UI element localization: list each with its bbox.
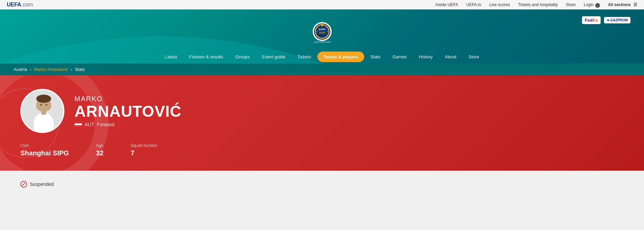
club-label: Club	[20, 143, 69, 148]
nav-groups[interactable]: Groups	[229, 50, 256, 63]
nationality-code: AUT	[85, 122, 94, 127]
brand-uefa: UEFA	[7, 2, 21, 7]
breadcrumb-player[interactable]: Marko Arnautović	[34, 67, 68, 72]
breadcrumb-current: Stats	[75, 67, 85, 72]
player-info: MARKO ARNAUTOVIĆ AUT Forward	[20, 89, 624, 133]
nav-teams-players[interactable]: Teams & players	[317, 52, 364, 62]
player-position: Forward	[97, 122, 114, 127]
tickets-hospitality-link[interactable]: Tickets and hospitality	[518, 2, 558, 7]
player-details: MARKO ARNAUTOVIĆ AUT Forward	[75, 95, 182, 127]
suspended-icon	[20, 181, 27, 188]
nav-about[interactable]: About	[439, 50, 462, 63]
stat-squad-number: Squad number 7	[131, 143, 158, 157]
svg-point-8	[327, 31, 328, 32]
brand-com: com	[23, 2, 33, 7]
svg-point-12	[36, 95, 51, 103]
top-navigation-bar: UEFA.com Inside UEFA UEFA.tv Live scores…	[0, 0, 644, 9]
nav-event-guide[interactable]: Event guide	[256, 50, 291, 63]
nav-fixtures-results[interactable]: Fixtures & results	[183, 50, 229, 63]
svg-text:2020: 2020	[319, 31, 325, 34]
store-link[interactable]: Store	[566, 2, 576, 7]
nav-games[interactable]: Games	[387, 50, 413, 63]
suspended-badge: Suspended	[20, 181, 624, 188]
player-stats-row: Club Shanghai SIPG Age 32 Squad number 7	[20, 143, 624, 157]
content-area: Suspended	[0, 171, 644, 205]
player-hero-section: MARKO ARNAUTOVIĆ AUT Forward Club Shangh…	[0, 75, 644, 171]
uefa-tv-link[interactable]: UEFA.tv	[466, 2, 481, 7]
breadcrumb: Austria › Marko Arnautović › Stats	[0, 63, 644, 75]
user-icon	[595, 3, 600, 8]
svg-point-7	[316, 31, 318, 32]
club-value: Shanghai SIPG	[20, 149, 69, 157]
age-label: Age	[96, 143, 103, 148]
inside-uefa-link[interactable]: Inside UEFA	[436, 2, 458, 7]
uefa-brand: UEFA.com	[7, 2, 33, 8]
age-value: 32	[96, 149, 103, 157]
top-nav-links: Inside UEFA UEFA.tv Live scores Tickets …	[436, 2, 637, 7]
tournament-logo-area: EURO 2020 UEFA EURO 2020	[14, 16, 630, 50]
svg-text:UEFA EURO 2020: UEFA EURO 2020	[314, 41, 331, 43]
login-link[interactable]: Login	[584, 2, 600, 7]
nav-latest[interactable]: Latest	[159, 50, 183, 63]
nav-tickets[interactable]: Tickets	[291, 50, 317, 63]
live-scores-link[interactable]: Live scores	[489, 2, 510, 7]
hamburger-icon: ☰	[633, 2, 637, 7]
breadcrumb-separator-2: ›	[71, 67, 72, 72]
hero-section: FedEx ➡ GAZPROM EURO 2020 UEFA EURO 2020	[0, 9, 644, 63]
nav-store[interactable]: Store	[462, 50, 485, 63]
suspended-label: Suspended	[30, 181, 54, 187]
stat-club: Club Shanghai SIPG	[20, 143, 69, 157]
breadcrumb-austria[interactable]: Austria	[14, 67, 27, 72]
all-sections-link[interactable]: All sections ☰	[608, 2, 637, 7]
player-photo	[20, 89, 64, 133]
euro-2020-logo: EURO 2020 UEFA EURO 2020	[309, 20, 336, 47]
player-last-name: ARNAUTOVIĆ	[75, 103, 182, 119]
nav-stats[interactable]: Stats	[364, 50, 387, 63]
stat-age: Age 32	[96, 143, 103, 157]
austria-flag-icon	[75, 122, 82, 127]
player-nationality: AUT Forward	[75, 122, 182, 127]
breadcrumb-separator-1: ›	[30, 67, 31, 72]
squad-number-label: Squad number	[131, 143, 158, 148]
squad-number-value: 7	[131, 149, 158, 157]
player-first-name: MARKO	[75, 95, 182, 103]
nav-history[interactable]: History	[413, 50, 439, 63]
main-navigation: Latest Fixtures & results Groups Event g…	[14, 50, 630, 63]
svg-text:EURO: EURO	[318, 28, 326, 31]
